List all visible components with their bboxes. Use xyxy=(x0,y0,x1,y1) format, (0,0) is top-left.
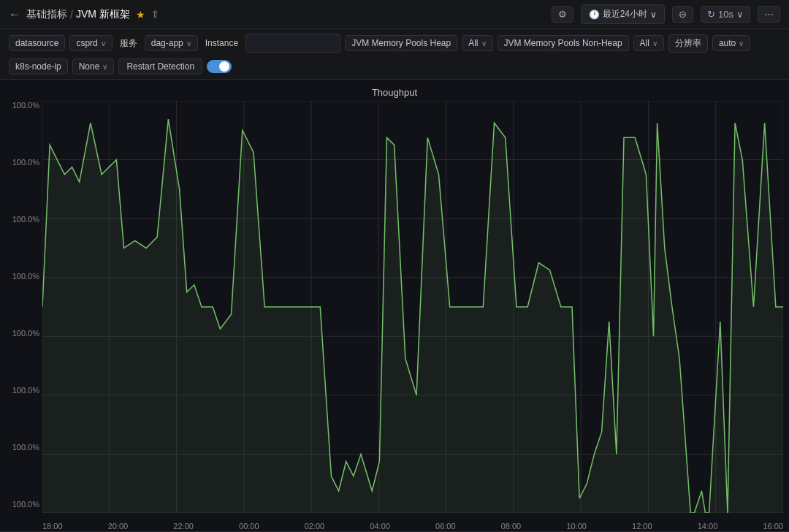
y-label-2: 100.0% xyxy=(3,158,39,167)
y-label-4: 100.0% xyxy=(3,272,39,281)
top-bar: ← 基础指标 / JVM 新框架 ★ ⇧ ⚙ 🕐 最近24小时 ∨ ⊖ ↻ 10… xyxy=(0,0,789,29)
dagapp-label: dag-app xyxy=(151,38,183,48)
x-label-7: 06:00 xyxy=(435,522,456,531)
toolbar-row2: k8s-node-ip None ∨ Restart Detection xyxy=(9,58,780,75)
time-range-label: 最近24小时 xyxy=(603,8,647,20)
clock-icon: 🕐 xyxy=(589,10,600,20)
back-icon[interactable]: ← xyxy=(9,8,20,21)
auto-caret-icon: ∨ xyxy=(739,39,744,48)
y-axis: 100.0% 100.0% 100.0% 100.0% 100.0% 100.0… xyxy=(0,101,42,509)
chart-title: Thoughput xyxy=(0,80,789,101)
nonheap-caret-icon: ∨ xyxy=(652,39,658,48)
settings-button[interactable]: ⚙ xyxy=(552,6,573,23)
none-label: None xyxy=(79,61,100,72)
dagapp-caret-icon: ∨ xyxy=(186,39,191,48)
restart-detection-label: Restart Detection xyxy=(126,61,194,72)
x-axis: 18:00 20:00 22:00 00:00 02:00 04:00 06:0… xyxy=(42,513,783,531)
settings-icon: ⚙ xyxy=(558,9,567,20)
chart-area: Thoughput 100.0% 100.0% 100.0% 100.0% 10… xyxy=(0,80,789,531)
datasource-dropdown[interactable]: datasource xyxy=(9,35,65,51)
k8s-label: k8s-node-ip xyxy=(15,61,61,72)
x-label-8: 08:00 xyxy=(501,522,522,531)
auto-dropdown[interactable]: auto ∨ xyxy=(712,35,750,51)
y-label-8: 100.0% xyxy=(3,500,39,509)
svg-marker-20 xyxy=(42,119,783,513)
heap-all-dropdown[interactable]: All ∨ xyxy=(462,35,492,51)
y-label-6: 100.0% xyxy=(3,386,39,395)
x-label-5: 02:00 xyxy=(305,522,325,531)
time-caret-icon: ∨ xyxy=(650,10,657,20)
restart-detection-button[interactable]: Restart Detection xyxy=(118,58,202,75)
jvm-heap-dropdown[interactable]: JVM Memory Pools Heap xyxy=(345,35,457,51)
refresh-button[interactable]: ↻ 10s ∨ xyxy=(701,6,750,23)
top-bar-left: ← 基础指标 / JVM 新框架 ★ ⇧ xyxy=(9,8,159,21)
instance-input[interactable] xyxy=(245,34,340,53)
more-button[interactable]: ⋯ xyxy=(758,6,780,23)
x-label-9: 10:00 xyxy=(566,522,587,531)
dagapp-dropdown[interactable]: dag-app ∨ xyxy=(145,35,198,51)
y-label-3: 100.0% xyxy=(3,215,39,224)
x-label-11: 14:00 xyxy=(698,522,718,531)
jvm-nonheap-label: JVM Memory Pools Non-Heap xyxy=(504,38,622,48)
chart-wrapper: 100.0% 100.0% 100.0% 100.0% 100.0% 100.0… xyxy=(0,101,789,531)
none-dropdown[interactable]: None ∨ xyxy=(72,58,115,75)
x-label-3: 22:00 xyxy=(173,522,194,531)
share-icon[interactable]: ⇧ xyxy=(151,9,159,20)
csprd-dropdown[interactable]: csprd ∨ xyxy=(69,35,112,51)
breadcrumb-current: JVM 新框架 xyxy=(76,8,130,21)
star-icon[interactable]: ★ xyxy=(136,9,145,20)
csprd-caret-icon: ∨ xyxy=(101,39,106,48)
nonheap-all-dropdown[interactable]: All ∨ xyxy=(633,35,664,51)
breadcrumb: 基础指标 / JVM 新框架 xyxy=(26,8,130,21)
refresh-caret-icon: ∨ xyxy=(736,9,744,20)
heap-all-label: All xyxy=(468,38,478,48)
x-label-2: 20:00 xyxy=(108,522,129,531)
heap-caret-icon: ∨ xyxy=(481,39,487,48)
service-label: 服务 xyxy=(117,35,140,52)
k8s-dropdown[interactable]: k8s-node-ip xyxy=(9,58,68,75)
auto-label: auto xyxy=(719,38,736,48)
resolution-dropdown[interactable]: 分辨率 xyxy=(668,34,708,53)
nonheap-all-label: All xyxy=(640,38,649,48)
x-label-6: 04:00 xyxy=(370,522,390,531)
x-label-4: 00:00 xyxy=(239,522,259,531)
y-label-7: 100.0% xyxy=(3,443,39,452)
zoom-out-icon: ⊖ xyxy=(679,9,687,20)
y-label-5: 100.0% xyxy=(3,329,39,338)
refresh-label: 10s xyxy=(718,9,733,20)
none-caret-icon: ∨ xyxy=(102,63,107,71)
top-bar-icons: ⚙ 🕐 最近24小时 ∨ ⊖ ↻ 10s ∨ ⋯ xyxy=(552,4,780,24)
toolbar: datasource csprd ∨ 服务 dag-app ∨ Instance… xyxy=(0,29,789,80)
csprd-label: csprd xyxy=(76,38,97,48)
jvm-heap-label: JVM Memory Pools Heap xyxy=(351,38,451,48)
instance-label: Instance xyxy=(202,36,241,50)
breadcrumb-home[interactable]: 基础指标 xyxy=(26,8,67,21)
zoom-out-button[interactable]: ⊖ xyxy=(672,6,693,23)
breadcrumb-separator: / xyxy=(70,9,73,20)
jvm-nonheap-dropdown[interactable]: JVM Memory Pools Non-Heap xyxy=(498,35,629,51)
resolution-label: 分辨率 xyxy=(675,37,701,50)
x-label-12: 16:00 xyxy=(763,522,783,531)
datasource-label: datasource xyxy=(15,38,58,48)
x-label-1: 18:00 xyxy=(42,522,63,531)
time-range-button[interactable]: 🕐 最近24小时 ∨ xyxy=(581,4,665,24)
more-icon: ⋯ xyxy=(764,9,774,20)
y-label-1: 100.0% xyxy=(3,101,39,110)
x-label-10: 12:00 xyxy=(632,522,652,531)
restart-detection-toggle[interactable] xyxy=(207,60,232,73)
chart-svg xyxy=(42,101,783,513)
refresh-icon: ↻ xyxy=(707,9,715,20)
